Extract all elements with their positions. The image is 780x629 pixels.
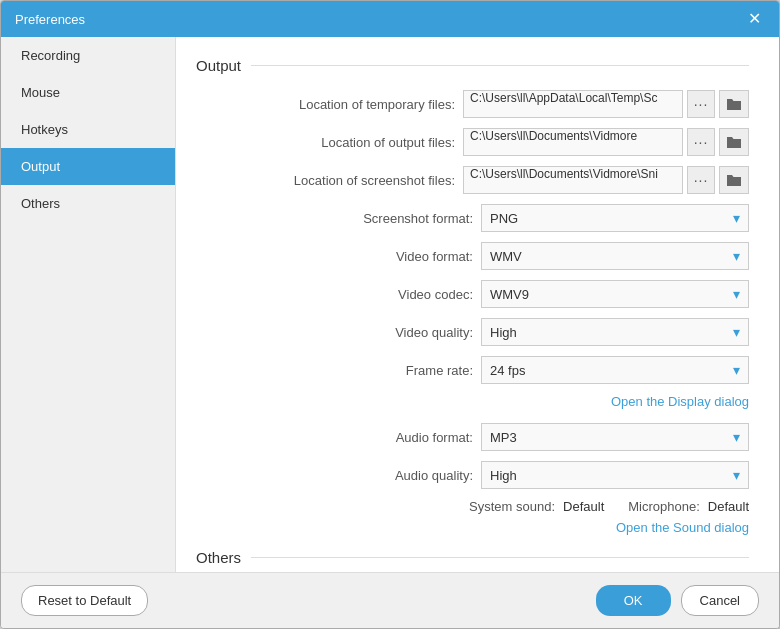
output-files-label: Location of output files: [321,135,455,150]
audio-quality-label: Audio quality: [395,468,473,483]
ok-button[interactable]: OK [596,585,671,616]
others-section-title: Others [196,549,749,566]
system-sound-label: System sound: [469,499,555,514]
temp-files-dots-button[interactable]: ··· [687,90,715,118]
screenshot-files-path: C:\Users\ll\Documents\Vidmore\Sni [463,166,683,194]
chevron-down-icon: ▾ [733,324,740,340]
output-section-title: Output [196,57,749,74]
chevron-down-icon: ▾ [733,210,740,226]
audio-format-value: MP3 [490,430,517,445]
footer: Reset to Default OK Cancel [1,572,779,628]
sidebar: Recording Mouse Hotkeys Output Others [1,37,176,572]
temp-files-folder-button[interactable] [719,90,749,118]
system-sound-value: Default [563,499,604,514]
frame-rate-value: 24 fps [490,363,525,378]
title-bar: Preferences ✕ [1,1,779,37]
screenshot-files-label: Location of screenshot files: [294,173,455,188]
audio-format-dropdown[interactable]: MP3 ▾ [481,423,749,451]
video-format-label: Video format: [396,249,473,264]
chevron-down-icon: ▾ [733,429,740,445]
main-content: Output Location of temporary files: C:\U… [176,37,779,572]
microphone-label: Microphone: [628,499,700,514]
screenshot-format-value: PNG [490,211,518,226]
video-format-value: WMV [490,249,522,264]
audio-quality-dropdown[interactable]: High ▾ [481,461,749,489]
microphone-value: Default [708,499,749,514]
output-files-row: Location of output files: C:\Users\ll\Do… [196,128,749,156]
open-sound-dialog-row: Open the Sound dialog [196,520,749,535]
sidebar-item-mouse[interactable]: Mouse [1,74,175,111]
sidebar-item-output[interactable]: Output [1,148,175,185]
video-quality-row: Video quality: High ▾ [196,318,749,346]
others-section: Others [196,549,749,566]
sidebar-item-hotkeys[interactable]: Hotkeys [1,111,175,148]
video-codec-dropdown[interactable]: WMV9 ▾ [481,280,749,308]
reset-to-default-button[interactable]: Reset to Default [21,585,148,616]
sidebar-item-others[interactable]: Others [1,185,175,222]
temp-files-label: Location of temporary files: [299,97,455,112]
open-sound-dialog-link[interactable]: Open the Sound dialog [616,520,749,535]
frame-rate-dropdown[interactable]: 24 fps ▾ [481,356,749,384]
system-sound-group: System sound: Default [469,499,604,514]
window-title: Preferences [15,12,85,27]
video-format-row: Video format: WMV ▾ [196,242,749,270]
output-files-input-group: C:\Users\ll\Documents\Vidmore ··· [463,128,749,156]
temp-files-path: C:\Users\ll\AppData\Local\Temp\Sc [463,90,683,118]
screenshot-files-row: Location of screenshot files: C:\Users\l… [196,166,749,194]
open-display-dialog-row: Open the Display dialog [196,394,749,409]
temp-files-row: Location of temporary files: C:\Users\ll… [196,90,749,118]
video-codec-row: Video codec: WMV9 ▾ [196,280,749,308]
chevron-down-icon: ▾ [733,362,740,378]
close-button[interactable]: ✕ [744,9,765,29]
frame-rate-label: Frame rate: [406,363,473,378]
cancel-button[interactable]: Cancel [681,585,759,616]
screenshot-files-dots-button[interactable]: ··· [687,166,715,194]
screenshot-format-label: Screenshot format: [363,211,473,226]
sidebar-item-recording[interactable]: Recording [1,37,175,74]
video-codec-value: WMV9 [490,287,529,302]
chevron-down-icon: ▾ [733,248,740,264]
video-codec-label: Video codec: [398,287,473,302]
content-area: Recording Mouse Hotkeys Output Others Ou… [1,37,779,572]
screenshot-files-folder-button[interactable] [719,166,749,194]
screenshot-files-input-group: C:\Users\ll\Documents\Vidmore\Sni ··· [463,166,749,194]
audio-quality-row: Audio quality: High ▾ [196,461,749,489]
video-quality-value: High [490,325,517,340]
chevron-down-icon: ▾ [733,467,740,483]
output-files-folder-button[interactable] [719,128,749,156]
folder-icon [726,97,742,111]
video-quality-dropdown[interactable]: High ▾ [481,318,749,346]
output-files-path: C:\Users\ll\Documents\Vidmore [463,128,683,156]
chevron-down-icon: ▾ [733,286,740,302]
system-sound-row: System sound: Default Microphone: Defaul… [196,499,749,514]
screenshot-format-dropdown[interactable]: PNG ▾ [481,204,749,232]
footer-right: OK Cancel [596,585,759,616]
audio-format-row: Audio format: MP3 ▾ [196,423,749,451]
output-files-dots-button[interactable]: ··· [687,128,715,156]
temp-files-input-group: C:\Users\ll\AppData\Local\Temp\Sc ··· [463,90,749,118]
open-display-dialog-link[interactable]: Open the Display dialog [611,394,749,409]
folder-icon [726,135,742,149]
screenshot-format-row: Screenshot format: PNG ▾ [196,204,749,232]
video-format-dropdown[interactable]: WMV ▾ [481,242,749,270]
folder-icon [726,173,742,187]
microphone-group: Microphone: Default [628,499,749,514]
audio-format-label: Audio format: [396,430,473,445]
frame-rate-row: Frame rate: 24 fps ▾ [196,356,749,384]
audio-quality-value: High [490,468,517,483]
preferences-window: Preferences ✕ Recording Mouse Hotkeys Ou… [0,0,780,629]
video-quality-label: Video quality: [395,325,473,340]
